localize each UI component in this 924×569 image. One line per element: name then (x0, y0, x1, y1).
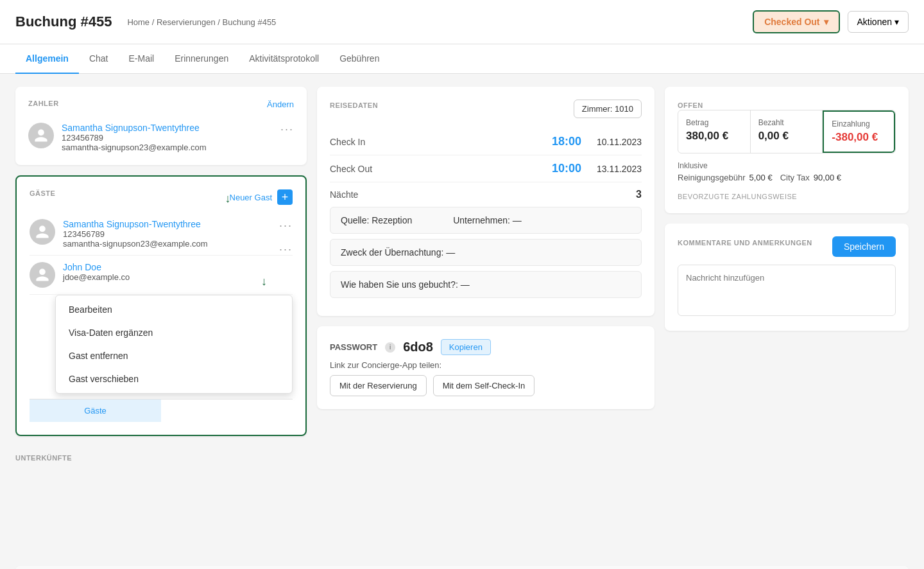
dropdown-visa[interactable]: Visa-Daten ergänzen (56, 321, 292, 344)
gaeste-tab-section: Gäste (30, 399, 293, 422)
dropdown-bearbeiten[interactable]: Bearbeiten (56, 298, 292, 321)
col-erwachsene: Erwachsene (129, 566, 191, 569)
bezahlt-cell: Bezahlt 0,00 € (751, 110, 823, 153)
col-zimmertyp: Zimmertyp (266, 566, 444, 569)
betrag-cell-label: Betrag (686, 118, 742, 127)
col-zimmer: Zimmer (444, 566, 488, 569)
kopieren-button[interactable]: Kopieren (441, 339, 491, 355)
guest-avatar-2 (30, 262, 55, 288)
guest-dropdown-menu: Bearbeiten Visa-Daten ergänzen Gast entf… (55, 295, 293, 394)
naechte-value: 3 (636, 189, 642, 200)
guest-info-1: Samantha Signupson-Twentythree 123456789… (63, 219, 271, 249)
check-out-time: 10:00 (552, 162, 581, 175)
guest-more-button-2[interactable]: ··· (279, 243, 293, 256)
mit-self-checkin-button[interactable]: Mit dem Self-Check-In (433, 375, 535, 396)
dropdown-entfernen[interactable]: Gast entfernen (56, 344, 292, 367)
zahler-info: Samantha Signupson-Twentythree 123456789… (62, 123, 273, 152)
zahler-avatar (28, 123, 54, 148)
guest-row-1: Samantha Signupson-Twentythree 123456789… (30, 213, 293, 256)
col-betrag: Betrag (799, 566, 850, 569)
guest-row-2: John Doe jdoe@example.co ··· ↓ (30, 256, 293, 295)
col-kinder: Kinder (191, 566, 266, 569)
chevron-down-icon: ▾ (894, 17, 899, 27)
reinigung-label: Reinigungsgebühr (678, 173, 746, 182)
comment-textarea[interactable] (678, 265, 896, 316)
zahler-label: ZAHLER (28, 100, 59, 107)
mit-reservierung-button[interactable]: Mit der Reservierung (330, 375, 427, 396)
guest-name-1[interactable]: Samantha Signupson-Twentythree (63, 219, 271, 229)
bottom-section: Daten Erwachsene Kinder Zimmertyp Zimmer… (0, 566, 924, 569)
gaeste-tab[interactable]: Gäste (30, 399, 161, 422)
dropdown-verschieben[interactable]: Gast verschieben (56, 367, 292, 390)
zahler-email: samantha-signupson23@example.com (62, 143, 273, 152)
tab-email[interactable]: E-Mail (118, 44, 164, 74)
add-guest-button[interactable]: + (277, 189, 293, 205)
check-out-row: Check Out 10:00 13.11.2023 (330, 155, 642, 182)
tab-chat[interactable]: Chat (79, 44, 119, 74)
speichern-button[interactable]: Speichern (832, 236, 896, 257)
tab-bar: Allgemein Chat E-Mail Erinnerungen Aktiv… (0, 44, 924, 74)
guest-avatar-1 (30, 219, 55, 245)
neuer-gast-section: ↓ Neuer Gast + (225, 189, 293, 205)
naechte-label: Nächte (330, 189, 358, 200)
city-tax-value: 90,00 € (814, 173, 841, 182)
bezahlt-cell-value: 0,00 € (758, 130, 815, 143)
zahler-item: Samantha Signupson-Twentythree 123456789… (28, 123, 294, 152)
header-actions: Checked Out ▾ Aktionen ▾ (753, 10, 909, 33)
zahler-more-button[interactable]: ··· (280, 123, 294, 136)
left-column: ZAHLER Ändern Samantha Signupson-Twentyt… (15, 87, 317, 553)
tab-aktivitaetsprotokoll[interactable]: Aktivitätsprotokoll (239, 44, 329, 74)
table-header-row: Daten Erwachsene Kinder Zimmertyp Zimmer… (15, 566, 909, 569)
gaeste-tab-2[interactable] (161, 399, 293, 422)
col-zimmertarif: Zimmertarif (578, 566, 674, 569)
city-tax-label: City Tax (780, 173, 810, 182)
middle-column: REISEDATEN Zimmer: 1010 Check In 18:00 1… (317, 87, 665, 553)
guest-phone-1: 123456789 (63, 229, 271, 239)
passwort-value: 6do8 (403, 340, 433, 355)
col-tourism: Tourism tax (850, 566, 909, 569)
arrow-down-icon: ↓ (261, 275, 267, 288)
col-daten: Daten (15, 566, 129, 569)
check-out-date: 13.11.2023 (597, 164, 642, 174)
reinigung-value: 5,00 € (749, 173, 773, 182)
tab-allgemein[interactable]: Allgemein (15, 44, 79, 74)
naechte-row: Nächte 3 (330, 182, 642, 207)
guest-name-2[interactable]: John Doe (63, 262, 271, 272)
guest-email-2: jdoe@example.co (63, 272, 271, 282)
zimmer-badge: Zimmer: 1010 (574, 100, 642, 118)
page-header: Buchung #455 Home / Reservierungen / Buc… (0, 0, 924, 44)
unterkunfte-section-label: UNTERKÜNFTE (15, 446, 307, 467)
guest-info-2: John Doe jdoe@example.co (63, 262, 271, 282)
breadcrumb: Home / Reservierungen / Buchung #455 (127, 17, 276, 27)
neuer-gast-link[interactable]: Neuer Gast (230, 193, 272, 202)
reisedaten-label: REISEDATEN (330, 101, 378, 109)
aktionen-button[interactable]: Aktionen ▾ (848, 11, 909, 33)
aendern-link[interactable]: Ändern (267, 100, 294, 109)
col-stornierung: Stornierungsbedingungen (674, 566, 799, 569)
tab-erinnerungen[interactable]: Erinnerungen (164, 44, 239, 74)
gaeste-card: GÄSTE ↓ Neuer Gast + Samantha Signupson-… (15, 175, 307, 436)
zweck-box: Zweck der Übernachtung: — (330, 239, 642, 266)
kommentare-label: KOMMENTARE UND ANMERKUNGEN (678, 239, 812, 247)
offen-card: OFFEN Betrag 380,00 € Bezahlt 0,00 € Ein… (665, 87, 909, 213)
unterkunfte-table-card: Daten Erwachsene Kinder Zimmertyp Zimmer… (15, 566, 909, 569)
reisedaten-card: REISEDATEN Zimmer: 1010 Check In 18:00 1… (317, 87, 654, 316)
zahler-name[interactable]: Samantha Signupson-Twentythree (62, 123, 273, 133)
checked-out-button[interactable]: Checked Out ▾ (753, 10, 839, 33)
unterkunfte-table: Daten Erwachsene Kinder Zimmertyp Zimmer… (15, 566, 909, 569)
passwort-label: PASSWORT (330, 342, 377, 352)
bezahlt-cell-label: Bezahlt (758, 118, 815, 127)
main-content: ZAHLER Ändern Samantha Signupson-Twentyt… (0, 74, 924, 566)
inklusive-items: Reinigungsgebühr 5,00 € City Tax 90,00 € (678, 173, 896, 182)
inklusive-label: Inklusive (678, 161, 896, 170)
guest-more-button-1[interactable]: ··· (279, 219, 293, 232)
offen-label: OFFEN (678, 101, 703, 109)
tab-gebuehren[interactable]: Gebühren (329, 44, 389, 74)
kommentare-card: KOMMENTARE UND ANMERKUNGEN Speichern (665, 223, 909, 331)
einzahlung-cell: Einzahlung -380,00 € (823, 110, 895, 153)
check-out-label: Check Out (330, 164, 372, 174)
right-column: OFFEN Betrag 380,00 € Bezahlt 0,00 € Ein… (665, 87, 909, 553)
share-buttons: Mit der Reservierung Mit dem Self-Check-… (330, 375, 642, 396)
check-in-date: 10.11.2023 (597, 137, 642, 147)
payment-grid: Betrag 380,00 € Bezahlt 0,00 € Einzahlun… (678, 110, 896, 153)
